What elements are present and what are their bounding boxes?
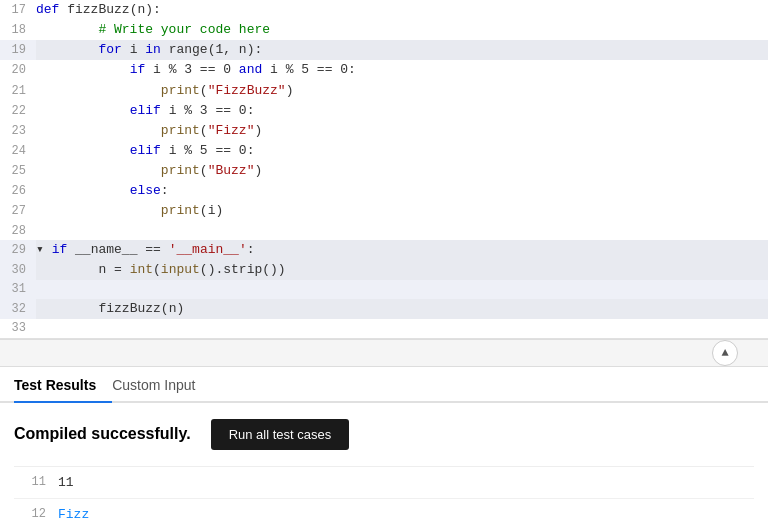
line-content: def fizzBuzz(n): [36,0,768,20]
code-line: 25 print("Buzz") [0,161,768,181]
divider[interactable]: ▲ [0,339,768,367]
line-number: 21 [0,82,36,101]
code-line: 21 print("FizzBuzz") [0,81,768,101]
line-number: 18 [0,21,36,40]
line-content: print(i) [36,201,768,221]
line-content: # Write your code here [36,20,768,40]
line-number: 28 [0,222,36,241]
code-line: 22 elif i % 3 == 0: [0,101,768,121]
code-line: 19 for i in range(1, n): [0,40,768,60]
tab-custom-input[interactable]: Custom Input [112,367,211,403]
compile-message: Compiled successfully. [14,425,191,443]
line-number: 29 [0,241,36,260]
line-number: 20 [0,61,36,80]
result-row-number: 12 [18,507,46,521]
line-number: 30 [0,261,36,280]
code-line: 30 n = int(input().strip()) [0,260,768,280]
code-line: 32 fizzBuzz(n) [0,299,768,319]
results-table: 111112Fizz13131414 [14,466,754,525]
code-line: 18 # Write your code here [0,20,768,40]
editor-area: 17def fizzBuzz(n):18 # Write your code h… [0,0,768,339]
line-number: 24 [0,142,36,161]
line-number: 25 [0,162,36,181]
line-number: 23 [0,122,36,141]
code-line: 33 [0,319,768,338]
tab-test-results[interactable]: Test Results [14,367,112,403]
result-row-value: Fizz [58,507,89,522]
code-line: 28 [0,222,768,241]
result-row: 1111 [14,467,754,499]
line-content: if i % 3 == 0 and i % 5 == 0: [36,60,768,80]
code-line: 29▾ if __name__ == '__main__': [0,240,768,260]
line-content: elif i % 3 == 0: [36,101,768,121]
code-line: 31 [0,280,768,299]
line-content: fizzBuzz(n) [36,299,768,319]
tabs-bar: Test ResultsCustom Input [0,367,768,403]
line-number: 33 [0,319,36,338]
line-number: 22 [0,102,36,121]
line-number: 31 [0,280,36,299]
result-row-value: 11 [58,475,74,490]
line-number: 19 [0,41,36,60]
bottom-panel: Compiled successfully. Run all test case… [0,403,768,525]
code-line: 17def fizzBuzz(n): [0,0,768,20]
code-line: 23 print("Fizz") [0,121,768,141]
result-row-number: 11 [18,475,46,489]
line-content: for i in range(1, n): [36,40,768,60]
code-line: 27 print(i) [0,201,768,221]
code-line: 24 elif i % 5 == 0: [0,141,768,161]
line-content: n = int(input().strip()) [36,260,768,280]
line-content: else: [36,181,768,201]
compile-bar: Compiled successfully. Run all test case… [14,419,754,450]
line-content: elif i % 5 == 0: [36,141,768,161]
line-content: print("FizzBuzz") [36,81,768,101]
run-all-button[interactable]: Run all test cases [211,419,350,450]
line-content: ▾ if __name__ == '__main__': [36,240,768,260]
code-block: 17def fizzBuzz(n):18 # Write your code h… [0,0,768,338]
line-number: 27 [0,202,36,221]
line-content: print("Fizz") [36,121,768,141]
line-content: print("Buzz") [36,161,768,181]
result-row: 12Fizz [14,499,754,525]
collapse-button[interactable]: ▲ [712,340,738,366]
code-line: 20 if i % 3 == 0 and i % 5 == 0: [0,60,768,80]
line-number: 32 [0,300,36,319]
line-number: 26 [0,182,36,201]
code-line: 26 else: [0,181,768,201]
line-number: 17 [0,1,36,20]
